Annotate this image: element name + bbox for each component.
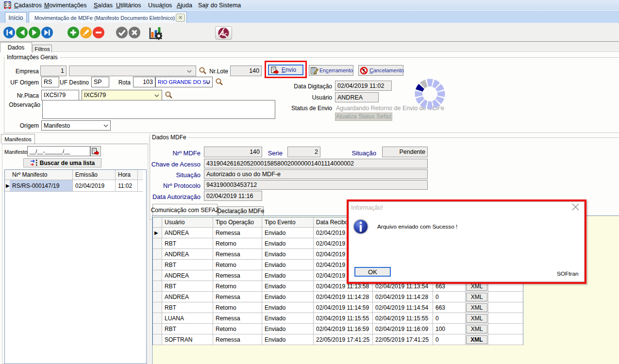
svg-text:ς: ς — [224, 30, 228, 38]
